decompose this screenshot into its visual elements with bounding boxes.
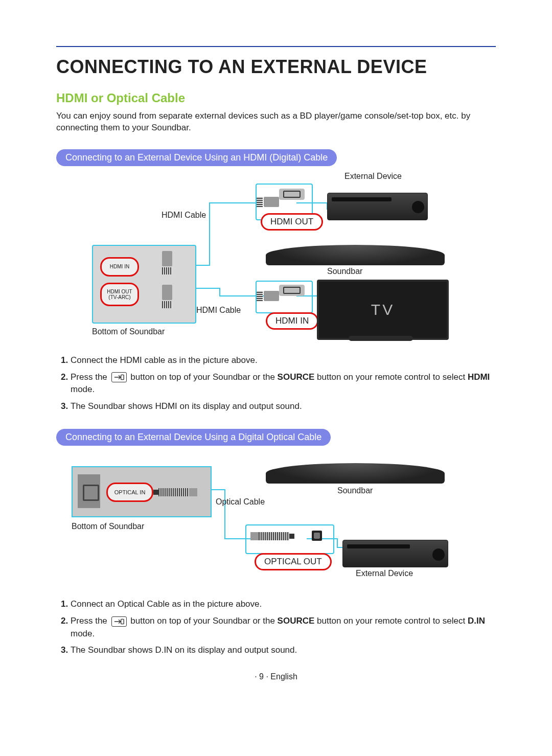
- source-button-icon-2: [111, 616, 127, 627]
- diagram-optical: OPTICAL IN Bottom of Soundbar Optical Ca…: [61, 453, 491, 586]
- step-hdmi-2: Press the button on top of your Soundbar…: [71, 371, 496, 396]
- label-soundbar: Soundbar: [327, 266, 362, 276]
- label-hdmi-out-port-l2: (TV-ARC): [108, 294, 130, 300]
- label-optical-cable: Optical Cable: [216, 497, 265, 507]
- label-external-device-opt: External Device: [356, 568, 413, 578]
- label-hdmi-out-port-l1: HDMI OUT: [107, 289, 132, 294]
- label-optical-in: OPTICAL IN: [114, 489, 146, 495]
- page-footer: · 9 · English: [56, 672, 496, 681]
- step-opt-1: Connect an Optical Cable as in the pictu…: [71, 598, 496, 611]
- label-bottom-soundbar-opt: Bottom of Soundbar: [72, 521, 144, 531]
- label-bottom-soundbar: Bottom of Soundbar: [92, 327, 165, 336]
- step-hdmi-3: The Soundbar shows HDMI on its display a…: [71, 400, 496, 413]
- steps-optical: Connect an Optical Cable as in the pictu…: [56, 598, 496, 657]
- label-soundbar-opt: Soundbar: [337, 486, 373, 495]
- section-hdmi-optical: HDMI or Optical Cable: [56, 91, 496, 105]
- steps-hdmi: Connect the HDMI cable as in the picture…: [56, 354, 496, 413]
- pill-optical: Connecting to an External Device Using a…: [56, 429, 331, 446]
- label-hdmi-out: HDMI OUT: [261, 213, 323, 231]
- step-hdmi-1: Connect the HDMI cable as in the picture…: [71, 354, 496, 367]
- step-opt-3: The Soundbar shows D.IN on its display a…: [71, 644, 496, 657]
- label-hdmi-cable-top: HDMI Cable: [162, 210, 206, 220]
- source-button-icon: [111, 372, 127, 382]
- label-optical-out: OPTICAL OUT: [255, 553, 332, 570]
- svg-rect-0: [121, 375, 124, 379]
- diagram-hdmi: HDMI IN HDMI OUT (TV-ARC) Bottom of Soun…: [61, 173, 491, 342]
- intro-text: You can enjoy sound from separate extern…: [56, 110, 496, 134]
- label-tv: TV: [371, 301, 395, 318]
- label-hdmi-in: HDMI IN: [266, 312, 318, 330]
- page-title: CONNECTING TO AN EXTERNAL DEVICE: [56, 56, 496, 78]
- label-hdmi-in-port: HDMI IN: [110, 264, 129, 269]
- step-opt-2: Press the button on top of your Soundbar…: [71, 615, 496, 640]
- label-external-device: External Device: [342, 171, 404, 181]
- svg-rect-1: [121, 619, 124, 624]
- label-hdmi-cable-mid: HDMI Cable: [196, 305, 241, 315]
- pill-hdmi: Connecting to an External Device Using a…: [56, 149, 337, 166]
